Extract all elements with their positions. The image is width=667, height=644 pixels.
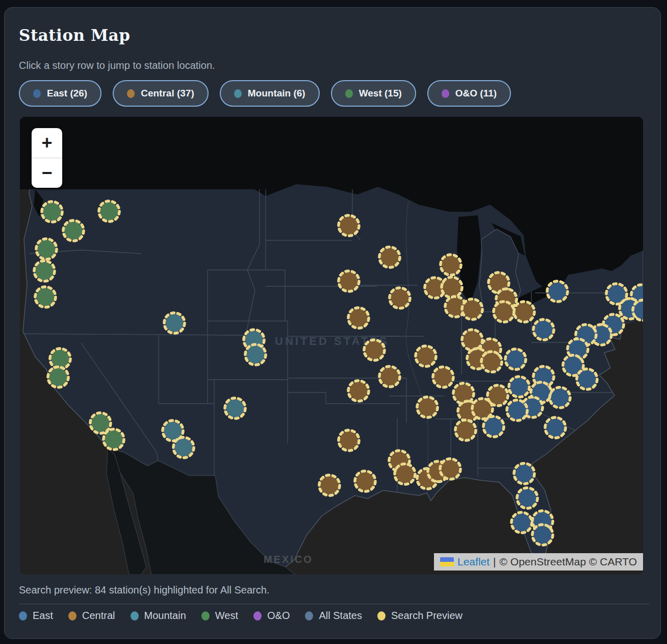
page-subtitle: Click a story row to jump to station loc… bbox=[19, 60, 215, 71]
legend-item: West bbox=[201, 610, 238, 622]
legend-item: East bbox=[19, 610, 53, 622]
region-pill[interactable]: Central (37) bbox=[113, 80, 209, 107]
map-legend: EastCentralMountainWestO&OAll StatesSear… bbox=[19, 610, 463, 622]
station-marker-east[interactable] bbox=[633, 300, 643, 320]
legend-label: All States bbox=[319, 610, 362, 622]
legend-label: O&O bbox=[267, 610, 290, 622]
legend-item: Search Preview bbox=[377, 610, 463, 622]
region-dot-icon bbox=[33, 89, 41, 98]
station-map-panel: Station Map Click a story row to jump to… bbox=[4, 7, 661, 639]
legend-label: Central bbox=[82, 610, 115, 622]
legend-label: Mountain bbox=[144, 610, 186, 622]
mexico-label: MEXICO bbox=[264, 554, 313, 565]
region-pill[interactable]: West (15) bbox=[331, 80, 416, 107]
ukraine-flag-icon bbox=[440, 557, 454, 566]
legend-label: Search Preview bbox=[391, 610, 463, 622]
attribution-separator: | bbox=[493, 556, 496, 568]
region-pill[interactable]: East (26) bbox=[19, 80, 101, 107]
legend-item: All States bbox=[305, 610, 362, 622]
station-map[interactable]: UNITED STATES MEXICO + − Leaflet | © Ope… bbox=[20, 117, 643, 575]
legend-dot-icon bbox=[201, 611, 210, 621]
region-pill[interactable]: O&O (11) bbox=[427, 80, 511, 107]
legend-dot-icon bbox=[253, 611, 262, 621]
legend-dot-icon bbox=[131, 611, 139, 621]
legend-dot-icon bbox=[305, 611, 313, 621]
map-attribution: Leaflet | © OpenStreetMap © CARTO bbox=[434, 553, 643, 571]
legend-item: Central bbox=[68, 610, 115, 622]
legend-divider bbox=[19, 604, 649, 604]
legend-dot-icon bbox=[377, 611, 386, 621]
region-dot-icon bbox=[442, 89, 449, 98]
legend-item: O&O bbox=[253, 610, 290, 622]
region-dot-icon bbox=[234, 89, 242, 98]
zoom-out-button[interactable]: − bbox=[32, 158, 62, 188]
region-dot-icon bbox=[345, 89, 353, 98]
legend-dot-icon bbox=[68, 611, 76, 621]
region-pill-label: East (26) bbox=[47, 88, 87, 99]
copyright-links[interactable]: © OpenStreetMap © CARTO bbox=[500, 556, 637, 568]
legend-label: West bbox=[215, 610, 238, 622]
legend-item: Mountain bbox=[131, 610, 186, 622]
leaflet-link[interactable]: Leaflet bbox=[457, 556, 490, 568]
search-preview-text: Search preview: 84 station(s) highlighte… bbox=[19, 584, 269, 596]
region-pill-label: Mountain (6) bbox=[248, 88, 305, 99]
region-pill-label: O&O (11) bbox=[455, 88, 497, 99]
region-pill[interactable]: Mountain (6) bbox=[220, 80, 320, 107]
page-title: Station Map bbox=[19, 26, 130, 44]
zoom-in-button[interactable]: + bbox=[32, 128, 62, 158]
us-map-geography: UNITED STATES MEXICO bbox=[20, 117, 643, 575]
region-pill-label: Central (37) bbox=[141, 88, 194, 99]
region-dot-icon bbox=[127, 89, 135, 98]
region-pills: East (26)Central (37)Mountain (6)West (1… bbox=[19, 80, 511, 107]
legend-dot-icon bbox=[19, 611, 27, 621]
region-pill-label: West (15) bbox=[359, 88, 402, 99]
map-zoom-control: + − bbox=[32, 128, 62, 188]
legend-label: East bbox=[33, 610, 53, 622]
